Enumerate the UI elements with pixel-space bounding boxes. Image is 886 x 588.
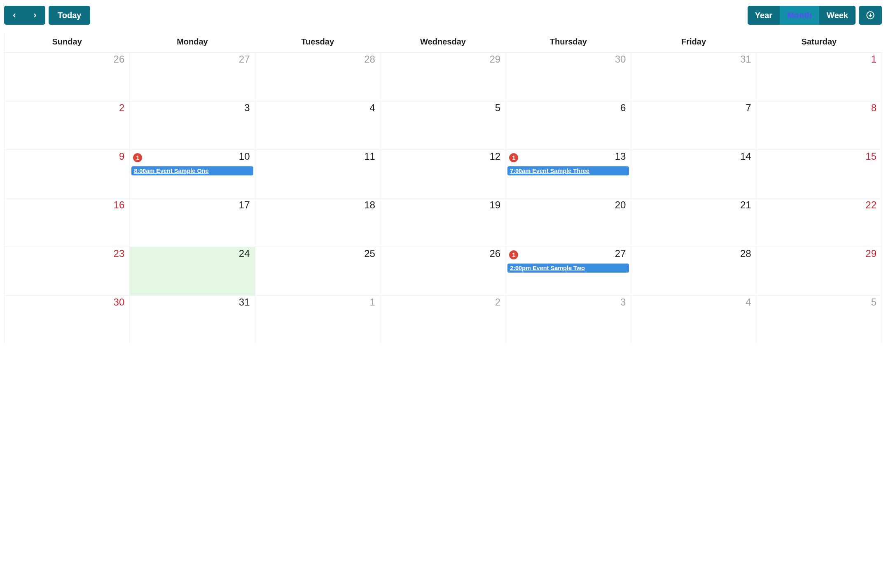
event-count-badge: 1 <box>509 153 518 162</box>
day-number: 2 <box>119 102 124 114</box>
toolbar: ‹ › Today Year Month Week <box>4 4 882 33</box>
day-number: 26 <box>489 248 500 259</box>
day-number: 28 <box>740 248 751 259</box>
day-header: Tuesday <box>255 33 381 52</box>
day-number: 29 <box>489 54 500 65</box>
day-cell[interactable]: 2712:00pm Event Sample Two <box>506 247 631 295</box>
day-header: Sunday <box>5 33 130 52</box>
today-button[interactable]: Today <box>49 6 90 25</box>
day-cell[interactable]: 5 <box>757 295 882 344</box>
day-cell[interactable]: 16 <box>5 198 130 247</box>
day-cell[interactable]: 12 <box>381 149 506 198</box>
day-cell[interactable]: 2 <box>5 101 130 149</box>
day-number: 14 <box>740 151 751 162</box>
day-number: 24 <box>239 248 250 259</box>
day-cell[interactable]: 1 <box>255 295 381 344</box>
day-cell[interactable]: 3 <box>506 295 631 344</box>
day-number: 30 <box>114 296 125 308</box>
day-header: Thursday <box>506 33 631 52</box>
day-number: 29 <box>865 248 877 259</box>
view-week-button[interactable]: Week <box>819 6 856 25</box>
day-cell[interactable]: 2 <box>381 295 506 344</box>
day-cell[interactable]: 1317:00am Event Sample Three <box>506 149 631 198</box>
day-cell[interactable]: 31 <box>631 52 756 101</box>
view-month-button[interactable]: Month <box>780 6 819 25</box>
day-cell[interactable]: 19 <box>381 198 506 247</box>
day-cell[interactable]: 5 <box>381 101 506 149</box>
day-cell[interactable]: 27 <box>130 52 255 101</box>
day-number: 12 <box>489 151 500 162</box>
day-cell[interactable]: 26 <box>381 247 506 295</box>
calendar-grid: SundayMondayTuesdayWednesdayThursdayFrid… <box>4 33 882 344</box>
day-header: Saturday <box>757 33 882 52</box>
day-number: 5 <box>871 296 877 308</box>
day-cell[interactable]: 25 <box>255 247 381 295</box>
day-number: 1 <box>871 54 877 65</box>
day-cell[interactable]: 23 <box>5 247 130 295</box>
day-cell[interactable]: 22 <box>757 198 882 247</box>
day-number: 9 <box>119 151 124 162</box>
day-cell[interactable]: 17 <box>130 198 255 247</box>
day-cell[interactable]: 3 <box>130 101 255 149</box>
next-button[interactable]: › <box>25 6 45 25</box>
day-number: 30 <box>615 54 626 65</box>
day-cell[interactable]: 1 <box>757 52 882 101</box>
day-number: 25 <box>364 248 375 259</box>
event-chip[interactable]: 2:00pm Event Sample Two <box>507 264 629 273</box>
day-number: 23 <box>114 248 125 259</box>
day-number: 17 <box>239 199 250 211</box>
day-number: 1 <box>369 296 375 308</box>
prev-button[interactable]: ‹ <box>4 6 25 25</box>
toolbar-left: ‹ › Today <box>4 6 90 25</box>
day-number: 26 <box>114 54 125 65</box>
day-cell[interactable]: 11 <box>255 149 381 198</box>
day-cell[interactable]: 20 <box>506 198 631 247</box>
toolbar-right: Year Month Week <box>748 6 882 25</box>
day-cell[interactable]: 29 <box>757 247 882 295</box>
day-cell[interactable]: 8 <box>757 101 882 149</box>
day-cell[interactable]: 1018:00am Event Sample One <box>130 149 255 198</box>
day-number: 27 <box>239 54 250 65</box>
day-cell[interactable]: 4 <box>631 295 756 344</box>
day-cell[interactable]: 30 <box>506 52 631 101</box>
day-number: 3 <box>244 102 250 114</box>
day-cell[interactable]: 24 <box>130 247 255 295</box>
day-cell[interactable]: 31 <box>130 295 255 344</box>
day-number: 3 <box>620 296 626 308</box>
event-chip[interactable]: 8:00am Event Sample One <box>131 166 253 175</box>
day-number: 19 <box>489 199 500 211</box>
event-chip[interactable]: 7:00am Event Sample Three <box>507 166 629 175</box>
day-cell[interactable]: 28 <box>255 52 381 101</box>
view-switcher: Year Month Week <box>748 6 856 25</box>
day-number: 6 <box>620 102 626 114</box>
nav-group: ‹ › <box>4 6 45 25</box>
day-cell[interactable]: 14 <box>631 149 756 198</box>
day-number: 2 <box>495 296 500 308</box>
day-cell[interactable]: 21 <box>631 198 756 247</box>
day-number: 31 <box>239 296 250 308</box>
day-cell[interactable]: 18 <box>255 198 381 247</box>
day-number: 22 <box>865 199 877 211</box>
day-cell[interactable]: 4 <box>255 101 381 149</box>
day-number: 28 <box>364 54 375 65</box>
view-year-button[interactable]: Year <box>748 6 780 25</box>
day-cell[interactable]: 6 <box>506 101 631 149</box>
day-number: 27 <box>615 248 626 259</box>
day-cell[interactable]: 9 <box>5 149 130 198</box>
day-number: 15 <box>865 151 877 162</box>
day-cell[interactable]: 15 <box>757 149 882 198</box>
day-cell[interactable]: 29 <box>381 52 506 101</box>
day-number: 8 <box>871 102 877 114</box>
day-cell[interactable]: 28 <box>631 247 756 295</box>
day-number: 7 <box>746 102 751 114</box>
day-cell[interactable]: 7 <box>631 101 756 149</box>
day-cell[interactable]: 30 <box>5 295 130 344</box>
download-button[interactable] <box>859 6 882 25</box>
day-number: 21 <box>740 199 751 211</box>
event-count-badge: 1 <box>133 153 142 162</box>
day-cell[interactable]: 26 <box>5 52 130 101</box>
day-number: 18 <box>364 199 375 211</box>
day-number: 11 <box>364 151 375 162</box>
day-number: 31 <box>740 54 751 65</box>
event-count-badge: 1 <box>509 250 518 259</box>
